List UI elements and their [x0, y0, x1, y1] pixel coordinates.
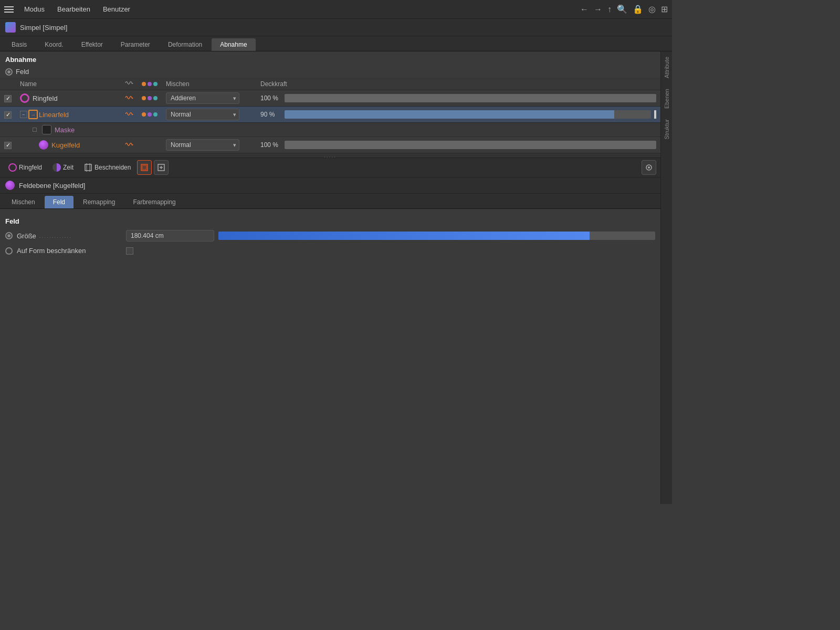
feld-radio[interactable] — [5, 68, 13, 76]
row2-checkbox-cell[interactable] — [0, 107, 16, 123]
toolbar-ring-icon — [8, 163, 17, 172]
back-icon[interactable]: ← — [580, 5, 589, 14]
row4-checkbox-cell[interactable] — [0, 137, 16, 153]
row3-mix-cell — [162, 123, 256, 137]
tab-abnahme[interactable]: Abnahme — [212, 38, 255, 51]
lower-tab-farbremapping[interactable]: Farbremapping — [124, 196, 184, 208]
mask-expand-icon[interactable] — [33, 128, 37, 132]
form-checkbox[interactable] — [126, 247, 133, 255]
menu-benutzer[interactable]: Benutzer — [101, 4, 132, 14]
form-radio[interactable] — [5, 247, 13, 255]
object-icon — [5, 22, 16, 33]
lower-tab-feld[interactable]: Feld — [45, 196, 74, 208]
expand-icon[interactable]: − — [20, 111, 27, 118]
sidebar-ebenen-label[interactable]: Ebenen — [664, 89, 670, 109]
row4-mix-cell[interactable]: Normal Addieren Subtrahieren — [162, 137, 256, 153]
object-title: Simpel [Simpel] — [20, 24, 67, 32]
table-header-row: Name Mis — [0, 78, 660, 90]
forward-icon[interactable]: → — [594, 5, 602, 14]
toolbar-beschneiden[interactable]: Beschneiden — [80, 161, 135, 174]
row1-mix-cell[interactable]: Addieren Normal Subtrahieren Multiplizie… — [162, 90, 256, 107]
row2-mix-dropdown-wrapper[interactable]: Normal Addieren Subtrahieren — [166, 109, 239, 120]
grosse-label: Größe ............. — [17, 232, 122, 240]
row4-mix-select[interactable]: Normal Addieren Subtrahieren — [166, 139, 239, 151]
row1-opacity-fill — [285, 94, 656, 102]
table-row: − → Linearfeld — [0, 107, 660, 123]
row2-mix-cell[interactable]: Normal Addieren Subtrahieren — [162, 107, 256, 123]
sidebar-struktur-label[interactable]: Struktur — [664, 119, 670, 140]
row3-checkbox-cell[interactable] — [0, 123, 16, 137]
row1-checkbox-cell[interactable] — [0, 90, 16, 107]
hamburger-icon[interactable] — [4, 6, 14, 13]
grosse-input[interactable] — [126, 230, 214, 242]
col-deckkraft: Deckkraft — [256, 78, 660, 90]
row1-opacity-cell: 100 % — [256, 90, 660, 107]
lower-tab-mischen[interactable]: Mischen — [3, 196, 44, 208]
lower-title-icon — [5, 181, 15, 190]
row3-name-cell: Maske — [16, 123, 121, 137]
row1-dots-cell — [138, 90, 162, 107]
feld-label-row: Feld — [0, 66, 660, 78]
tab-deformation[interactable]: Deformation — [160, 38, 211, 51]
toolbar-beschneiden-label: Beschneiden — [94, 164, 131, 171]
up-icon[interactable]: ↑ — [607, 5, 612, 14]
menu-bearbeiten[interactable]: Bearbeiten — [55, 4, 92, 14]
feld-label: Feld — [16, 68, 29, 76]
tab-bar: Basis Koord. Effektor Parameter Deformat… — [0, 36, 672, 51]
grosse-bar-fill — [218, 232, 590, 240]
lower-section: Feldebene [Kugelfeld] Mischen Feld Remap… — [0, 177, 660, 504]
svg-rect-4 — [142, 165, 146, 170]
grosse-bar[interactable] — [218, 232, 655, 240]
search-icon[interactable]: 🔍 — [617, 4, 627, 14]
col-checkbox — [0, 78, 16, 90]
sidebar-attribute-label[interactable]: Attribute — [664, 57, 670, 78]
row1-label[interactable]: Ringfeld — [33, 94, 58, 102]
bottom-toolbar: Ringfeld Zeit Beschneiden — [0, 158, 660, 177]
toolbar-right-area — [642, 160, 656, 175]
col-dots — [138, 78, 162, 90]
toolbar-settings-btn[interactable] — [642, 160, 656, 175]
row2-opacity-handle[interactable] — [654, 110, 656, 119]
tab-basis[interactable]: Basis — [3, 38, 35, 51]
row1-mix-select[interactable]: Addieren Normal Subtrahieren Multiplizie… — [166, 92, 239, 104]
row2-dots-cell — [138, 107, 162, 123]
add-layer-icon — [157, 163, 165, 172]
row1-mix-dropdown-wrapper[interactable]: Addieren Normal Subtrahieren Multiplizie… — [166, 92, 239, 104]
grosse-radio[interactable] — [5, 232, 13, 239]
tab-parameter[interactable]: Parameter — [112, 38, 159, 51]
menu-modus[interactable]: Modus — [22, 4, 47, 14]
toolbar-zeit[interactable]: Zeit — [48, 161, 78, 174]
linearfeld-icon: → — [28, 110, 38, 119]
row4-label[interactable]: Kugelfeld — [51, 141, 80, 149]
toolbar-crop-active-btn[interactable] — [137, 160, 152, 175]
lower-tab-remapping[interactable]: Remapping — [75, 196, 123, 208]
grid-icon[interactable]: ⊞ — [661, 4, 668, 14]
row4-wave-cell — [121, 137, 138, 153]
row2-checkbox[interactable] — [4, 111, 12, 119]
row2-opacity-value: 90 % — [260, 111, 281, 118]
target-icon[interactable]: ◎ — [648, 4, 656, 14]
row2-mix-select[interactable]: Normal Addieren Subtrahieren — [166, 109, 239, 120]
row1-name: Ringfeld — [20, 93, 117, 103]
row4-checkbox[interactable] — [4, 142, 12, 149]
row3-label[interactable]: Maske — [55, 126, 75, 134]
toolbar-ringfeld[interactable]: Ringfeld — [4, 161, 46, 174]
grosse-property-row: Größe ............. — [5, 227, 655, 244]
table-row: Maske — [0, 123, 660, 137]
row2-name-cell: − → Linearfeld — [16, 107, 121, 123]
form-property-row: Auf Form beschränken — [5, 244, 655, 257]
row2-label[interactable]: Linearfeld — [39, 111, 69, 119]
lower-content: Feld Größe ............. — [0, 209, 660, 504]
table-row: Kugelfeld Normal — [0, 137, 660, 153]
row4-opacity-fill — [285, 141, 656, 149]
row4-opacity-cell: 100 % — [256, 137, 660, 153]
tab-effektor[interactable]: Effektor — [73, 38, 111, 51]
drag-handle[interactable]: ..... — [0, 153, 660, 158]
toolbar-add-layer-btn[interactable] — [154, 160, 169, 175]
tab-koord[interactable]: Koord. — [36, 38, 71, 51]
lock-icon[interactable]: 🔒 — [633, 4, 643, 14]
row4-mix-dropdown-wrapper[interactable]: Normal Addieren Subtrahieren — [166, 139, 239, 151]
row2-opacity: 90 % — [260, 110, 656, 119]
row3-dots-cell — [138, 123, 162, 137]
row1-checkbox[interactable] — [4, 95, 12, 102]
